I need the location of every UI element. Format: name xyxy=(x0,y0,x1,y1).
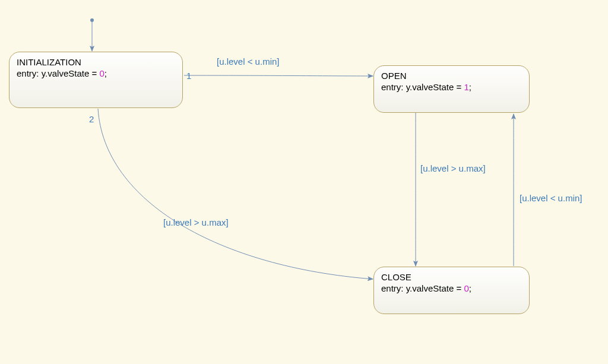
guard-init-open: [u.level < u.min] xyxy=(217,56,279,67)
state-entry: entry: y.valveState = 0; xyxy=(381,283,522,293)
transition-init-open xyxy=(184,75,373,76)
state-diagram-canvas: INITIALIZATION entry: y.valveState = 0; … xyxy=(0,0,608,364)
state-entry: entry: y.valveState = 0; xyxy=(17,68,175,78)
state-entry: entry: y.valveState = 1; xyxy=(381,82,522,92)
transition-init-close xyxy=(98,109,373,279)
svg-point-0 xyxy=(90,18,94,22)
guard-close-open: [u.level < u.min] xyxy=(520,193,582,203)
state-close: CLOSE entry: y.valveState = 0; xyxy=(373,267,530,314)
state-name: CLOSE xyxy=(381,272,522,282)
state-name: OPEN xyxy=(381,71,522,81)
guard-init-close: [u.level > u.max] xyxy=(163,217,229,227)
state-open: OPEN entry: y.valveState = 1; xyxy=(373,65,530,113)
state-name: INITIALIZATION xyxy=(17,57,175,67)
guard-open-close: [u.level > u.max] xyxy=(420,163,486,173)
priority-init-close: 2 xyxy=(89,114,94,124)
priority-init-open: 1 xyxy=(186,71,191,81)
state-initialization: INITIALIZATION entry: y.valveState = 0; xyxy=(9,52,183,108)
